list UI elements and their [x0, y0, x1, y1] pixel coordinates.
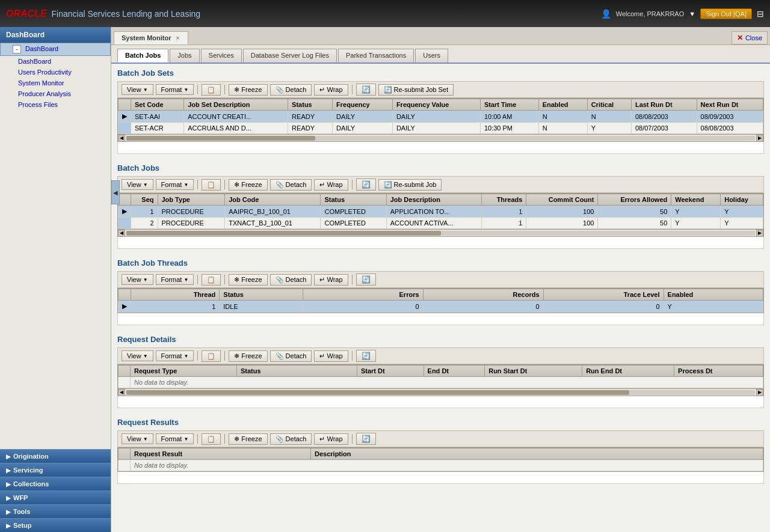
sidebar-wfp[interactable]: ▶ WFP: [0, 491, 111, 504]
col-header-errors[interactable]: Errors: [303, 289, 423, 301]
sidebar-item-dashboard-sub[interactable]: DashBoard: [0, 56, 111, 67]
col-header-records[interactable]: Records: [423, 289, 543, 301]
detach-button-bj[interactable]: 📎 Detach: [270, 179, 312, 191]
freeze-button-rr[interactable]: ❄ Freeze: [229, 433, 267, 445]
tab-database-server-log-files[interactable]: Database Server Log Files: [243, 49, 337, 63]
scroll-track-rd[interactable]: [126, 390, 755, 395]
resubmit-jobset-button[interactable]: 🔄 Re-submit Job Set: [378, 84, 454, 96]
col-header-job-set-desc[interactable]: Job Set Description: [184, 99, 288, 111]
col-header-status-bjt[interactable]: Status: [220, 289, 303, 301]
view-button-bjs[interactable]: View ▼: [122, 84, 153, 95]
tab-batch-jobs[interactable]: Batch Jobs: [117, 49, 168, 63]
col-header-run-end-dt[interactable]: Run End Dt: [582, 365, 674, 377]
col-header-status-rd[interactable]: Status: [236, 365, 357, 377]
resubmit-job-button[interactable]: 🔄 Re-submit Job: [378, 179, 442, 191]
col-header-start-dt[interactable]: Start Dt: [357, 365, 424, 377]
freeze-button-bjs[interactable]: ❄ Freeze: [229, 84, 267, 96]
wrap-button-bjt[interactable]: ↵ Wrap: [314, 274, 348, 286]
col-header-freq-value[interactable]: Frequency Value: [392, 99, 480, 111]
col-header-start-time[interactable]: Start Time: [480, 99, 538, 111]
batch-job-sets-table-scroll[interactable]: Set Code Job Set Description Status Freq…: [117, 98, 764, 135]
freeze-button-rd[interactable]: ❄ Freeze: [229, 350, 267, 362]
freeze-button-bj[interactable]: ❄ Freeze: [229, 179, 267, 191]
format-button-rr[interactable]: Format ▼: [156, 433, 194, 444]
col-header-seq[interactable]: Seq: [131, 194, 158, 206]
scroll-left-rd[interactable]: ◀: [118, 389, 125, 396]
batch-jobs-table-scroll[interactable]: Seq Job Type Job Code Status Job Descrip…: [117, 193, 764, 230]
format-button-bjs[interactable]: Format ▼: [156, 84, 194, 95]
refresh-button-rd[interactable]: 🔄: [356, 350, 376, 362]
col-header-status-bjs[interactable]: Status: [288, 99, 333, 111]
format-button-rd[interactable]: Format ▼: [156, 350, 194, 361]
tab-jobs[interactable]: Jobs: [170, 49, 199, 63]
scroll-right-bjs[interactable]: ▶: [756, 135, 763, 142]
sidebar-item-dashboard-main[interactable]: - DashBoard: [0, 43, 111, 56]
scroll-right-rd[interactable]: ▶: [756, 389, 763, 396]
table-row[interactable]: SET-ACR ACCRUALS AND D... READY DAILY DA…: [119, 123, 763, 134]
tab-parked-transactions[interactable]: Parked Transactions: [338, 49, 414, 63]
freeze-button-bjt[interactable]: ❄ Freeze: [229, 274, 267, 286]
col-header-enabled-bjs[interactable]: Enabled: [538, 99, 587, 111]
view-button-bjt[interactable]: View ▼: [122, 274, 153, 285]
col-header-last-run[interactable]: Last Run Dt: [631, 99, 697, 111]
sidebar-servicing[interactable]: ▶ Servicing: [0, 463, 111, 477]
scroll-left-bj[interactable]: ◀: [118, 230, 125, 237]
table-row[interactable]: ▶ 1 IDLE 0 0 0 Y: [119, 301, 763, 313]
sidebar-collections[interactable]: ▶ Collections: [0, 477, 111, 491]
scroll-track-bj[interactable]: [126, 231, 755, 236]
add-button-bjs[interactable]: 📋: [202, 84, 221, 96]
col-header-description-rr[interactable]: Description: [311, 448, 763, 460]
col-header-weekend[interactable]: Weekend: [671, 194, 721, 206]
scroll-left-bjs[interactable]: ◀: [118, 135, 125, 142]
col-header-enabled-bjt[interactable]: Enabled: [664, 289, 763, 301]
tab-users[interactable]: Users: [415, 49, 448, 63]
detach-button-rd[interactable]: 📎 Detach: [270, 350, 312, 362]
detach-button-rr[interactable]: 📎 Detach: [270, 433, 312, 445]
col-header-errors-allowed[interactable]: Errors Allowed: [598, 194, 671, 206]
batch-job-sets-scrollbar[interactable]: ◀ ▶: [117, 135, 764, 142]
col-header-holiday[interactable]: Holiday: [721, 194, 763, 206]
sidebar-item-system-monitor[interactable]: System Monitor: [0, 78, 111, 88]
col-header-end-dt[interactable]: End Dt: [424, 365, 485, 377]
refresh-button-bjs[interactable]: 🔄: [356, 84, 376, 96]
col-header-commit-count[interactable]: Commit Count: [526, 194, 598, 206]
table-row[interactable]: ▶ 1 PROCEDURE AAIPRC_BJ_100_01 COMPLETED…: [119, 206, 763, 218]
sidebar-item-process-files[interactable]: Process Files: [0, 99, 111, 110]
signout-button[interactable]: Sign Out [QA]: [700, 8, 752, 19]
refresh-button-rr[interactable]: 🔄: [356, 433, 376, 445]
col-header-trace-level[interactable]: Trace Level: [543, 289, 664, 301]
batch-jobs-scrollbar[interactable]: ◀ ▶: [117, 230, 764, 237]
wrap-button-bjs[interactable]: ↵ Wrap: [314, 84, 348, 96]
wrap-button-bj[interactable]: ↵ Wrap: [314, 179, 348, 191]
batch-job-threads-table-scroll[interactable]: Thread Status Errors Records Trace Level…: [117, 288, 764, 313]
scroll-right-bj[interactable]: ▶: [756, 230, 763, 237]
tab-services[interactable]: Services: [201, 49, 242, 63]
col-header-job-desc[interactable]: Job Description: [386, 194, 481, 206]
col-header-run-start-dt[interactable]: Run Start Dt: [485, 365, 582, 377]
col-header-threads[interactable]: Threads: [481, 194, 526, 206]
minimize-icon[interactable]: ⊟: [757, 9, 764, 19]
sidebar-dashboard-header[interactable]: DashBoard: [0, 27, 111, 43]
view-button-bj[interactable]: View ▼: [122, 179, 153, 190]
close-button[interactable]: ✕ Close: [732, 31, 768, 44]
col-header-next-run[interactable]: Next Run Dt: [697, 99, 763, 111]
sidebar-setup[interactable]: ▶ Setup: [0, 518, 111, 532]
table-row[interactable]: 2 PROCEDURE TXNACT_BJ_100_01 COMPLETED A…: [119, 218, 763, 229]
view-button-rd[interactable]: View ▼: [122, 350, 153, 361]
col-header-request-type[interactable]: Request Type: [131, 365, 237, 377]
col-header-job-code[interactable]: Job Code: [225, 194, 321, 206]
scroll-track-bjs[interactable]: [126, 136, 755, 141]
format-button-bj[interactable]: Format ▼: [156, 179, 194, 190]
col-header-process-dt[interactable]: Process Dt: [674, 365, 763, 377]
add-button-rr[interactable]: 📋: [202, 433, 221, 445]
col-header-thread[interactable]: Thread: [131, 289, 220, 301]
tab-system-monitor[interactable]: System Monitor ×: [114, 31, 188, 44]
sidebar-origination[interactable]: ▶ Origination: [0, 449, 111, 463]
tab-close-button[interactable]: ×: [175, 35, 181, 41]
sidebar-item-users-productivity[interactable]: Users Productivity: [0, 67, 111, 78]
table-row[interactable]: ▶ SET-AAI ACCOUNT CREATI... READY DAILY …: [119, 111, 763, 123]
col-header-set-code[interactable]: Set Code: [131, 99, 184, 111]
format-button-bjt[interactable]: Format ▼: [156, 274, 194, 285]
refresh-button-bj[interactable]: 🔄: [356, 179, 376, 191]
col-header-job-type[interactable]: Job Type: [158, 194, 225, 206]
